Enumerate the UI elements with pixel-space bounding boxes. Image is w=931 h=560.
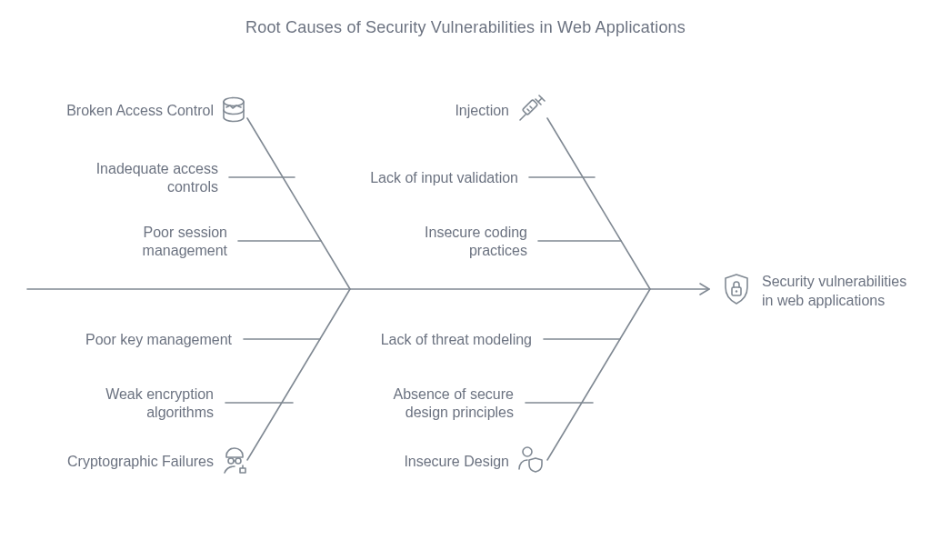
shield-lock-icon <box>718 271 755 307</box>
category-cryptographic-failures: Cryptographic Failures <box>27 453 214 471</box>
cause-lack-of-input-validation: Lack of input validation <box>345 169 518 187</box>
outcome-line1: Security vulnerabilities <box>762 274 906 289</box>
cause-inadequate-access-controls: Inadequate access controls <box>55 160 218 196</box>
svg-line-7 <box>247 289 350 460</box>
user-shield-icon <box>515 442 547 475</box>
svg-point-18 <box>235 458 241 464</box>
database-broken-icon <box>218 95 249 125</box>
cause-poor-key-management: Poor key management <box>55 331 232 349</box>
hacker-icon <box>218 444 251 476</box>
category-injection: Injection <box>391 102 509 120</box>
svg-point-15 <box>224 98 244 106</box>
category-broken-access-control: Broken Access Control <box>36 102 214 120</box>
cause-absence-of-secure-design-principles: Absence of secure design principles <box>355 385 514 422</box>
fishbone-diagram: Root Causes of Security Vulnerabilities … <box>0 0 931 560</box>
category-insecure-design: Insecure Design <box>364 453 509 471</box>
cause-insecure-coding-practices: Insecure coding practices <box>382 224 527 260</box>
cause-lack-of-threat-modeling: Lack of threat modeling <box>345 331 532 349</box>
svg-point-17 <box>228 458 234 464</box>
outcome-line2: in web applications <box>762 293 885 308</box>
svg-line-10 <box>547 289 650 460</box>
outcome-label: Security vulnerabilities in web applicat… <box>762 273 931 311</box>
svg-line-4 <box>547 118 650 289</box>
svg-point-14 <box>736 290 737 292</box>
cause-poor-session-management: Poor session management <box>55 224 227 260</box>
cause-weak-encryption-algorithms: Weak encryption algorithms <box>55 385 214 422</box>
svg-line-1 <box>247 118 350 289</box>
svg-point-19 <box>523 447 532 456</box>
syringe-icon <box>515 91 549 125</box>
